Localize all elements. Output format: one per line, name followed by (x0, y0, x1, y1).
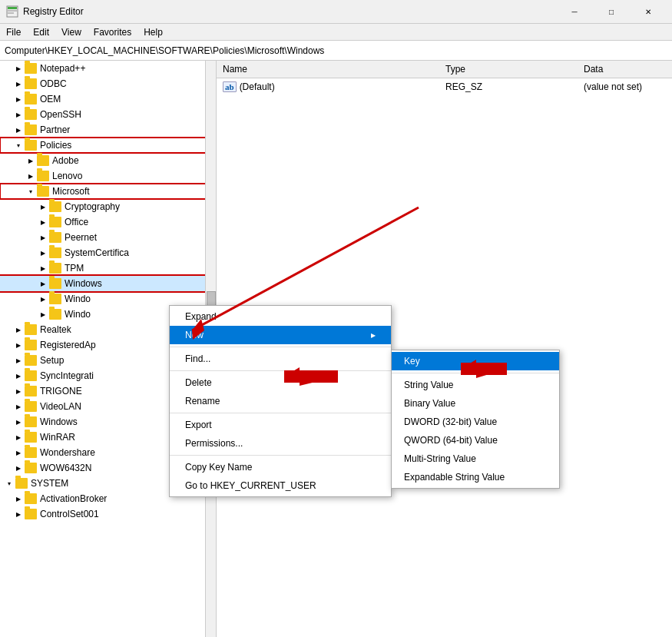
tree-item-controlset001[interactable]: ▶ ControlSet001 (0, 506, 216, 522)
folder-icon-windo2 (49, 309, 61, 320)
tree-item-cryptography[interactable]: ▶ Cryptography (0, 199, 216, 214)
expand-peernet[interactable]: ▶ (37, 231, 49, 244)
ctx-export[interactable]: Export (170, 416, 391, 434)
ctx-copy-key-name-label: Copy Key Name (185, 462, 252, 473)
expand-oem[interactable]: ▶ (12, 93, 25, 105)
expand-winrar[interactable]: ▶ (12, 431, 25, 443)
ctx-export-label: Export (185, 420, 212, 430)
menu-view[interactable]: View (55, 25, 88, 39)
expand-notepadpp[interactable]: ▶ (12, 62, 25, 75)
folder-icon-office (49, 217, 61, 227)
folder-icon-setup (25, 355, 37, 366)
expand-windo1[interactable]: ▶ (37, 293, 49, 305)
expand-microsoft[interactable]: ▾ (25, 185, 37, 197)
address-path: Computer\HKEY_LOCAL_MACHINE\SOFTWARE\Pol… (5, 45, 324, 56)
folder-icon-cryptography (49, 201, 61, 212)
expand-cryptography[interactable]: ▶ (37, 201, 49, 213)
expand-openssh[interactable]: ▶ (12, 108, 25, 121)
tree-item-peernet[interactable]: ▶ Peernet (0, 230, 216, 245)
ctx-expand[interactable]: Expand (170, 307, 391, 326)
folder-icon-windo1 (49, 294, 61, 304)
col-name: Name (217, 62, 439, 76)
folder-icon-policies (25, 140, 37, 151)
expand-windows2[interactable]: ▶ (12, 416, 25, 428)
expand-systemcertifica[interactable]: ▶ (37, 247, 49, 259)
svg-rect-1 (8, 7, 17, 9)
sub-sep (392, 373, 559, 373)
folder-icon-system (15, 478, 28, 489)
menu-help[interactable]: Help (137, 25, 169, 39)
expand-tpm[interactable]: ▶ (37, 262, 49, 274)
folder-icon-tpm (49, 263, 61, 274)
folder-icon-videolan (25, 401, 37, 412)
sub-binary-value[interactable]: Binary Value (392, 394, 559, 413)
tree-item-adobe[interactable]: ▶ Adobe (0, 153, 216, 168)
maximize-button[interactable]: □ (594, 0, 629, 24)
tree-item-partner[interactable]: ▶ Partner (0, 122, 216, 138)
tree-item-tpm[interactable]: ▶ TPM (0, 260, 216, 276)
expand-videolan[interactable]: ▶ (12, 400, 25, 413)
tree-item-systemcertifica[interactable]: ▶ SystemCertifica (0, 245, 216, 260)
sub-dword-value-label: DWORD (32-bit) Value (404, 416, 497, 427)
ctx-go-hkcu[interactable]: Go to HKEY_CURRENT_USER (170, 476, 391, 495)
expand-trigone[interactable]: ▶ (12, 385, 25, 397)
menu-file[interactable]: File (0, 25, 27, 39)
tree-item-microsoft[interactable]: ▾ Microsoft (0, 184, 216, 199)
folder-icon-lenovo (37, 171, 49, 181)
menu-edit[interactable]: Edit (27, 25, 55, 39)
tree-item-office[interactable]: ▶ Office (0, 214, 216, 230)
label-syncintegrati: SyncIntegrati (40, 370, 94, 381)
tree-item-windo1[interactable]: ▶ Windo (0, 291, 216, 307)
expand-policies[interactable]: ▾ (12, 139, 25, 151)
ctx-sep-3 (170, 413, 391, 413)
expand-odbc[interactable]: ▶ (12, 78, 25, 90)
tree-item-openssh[interactable]: ▶ OpenSSH (0, 107, 216, 122)
tree-item-notepadpp[interactable]: ▶ Notepad++ (0, 61, 216, 76)
ctx-copy-key-name[interactable]: Copy Key Name (170, 458, 391, 476)
ctx-permissions[interactable]: Permissions... (170, 434, 391, 453)
sub-qword-value[interactable]: QWORD (64-bit) Value (392, 431, 559, 450)
sub-key[interactable]: Key (392, 352, 559, 370)
tree-item-odbc[interactable]: ▶ ODBC (0, 76, 216, 91)
expand-windows[interactable]: ▶ (37, 277, 49, 290)
sub-multi-string-value[interactable]: Multi-String Value (392, 450, 559, 468)
ctx-sep-2 (170, 370, 391, 371)
expand-wow6432n[interactable]: ▶ (12, 462, 25, 474)
sub-dword-value[interactable]: DWORD (32-bit) Value (392, 413, 559, 431)
label-partner: Partner (40, 124, 70, 135)
sub-expandable-string-value[interactable]: Expandable String Value (392, 468, 559, 486)
tree-item-oem[interactable]: ▶ OEM (0, 91, 216, 107)
expand-windo2[interactable]: ▶ (37, 308, 49, 320)
folder-icon-notepadpp (25, 63, 37, 74)
expand-syncintegrati[interactable]: ▶ (12, 370, 25, 382)
submenu: Key String Value Binary Value DWORD (32-… (391, 350, 560, 489)
tree-item-policies[interactable]: ▾ Policies (0, 138, 216, 153)
tree-item-windows[interactable]: ▶ Windows (0, 276, 216, 291)
table-row[interactable]: ab (Default) REG_SZ (value not set) (217, 78, 672, 95)
close-button[interactable]: ✕ (631, 0, 666, 24)
label-realtek: Realtek (40, 324, 71, 335)
minimize-button[interactable]: ─ (557, 0, 592, 24)
expand-lenovo[interactable]: ▶ (25, 170, 37, 182)
expand-wondershare[interactable]: ▶ (12, 446, 25, 459)
ctx-find[interactable]: Find... (170, 350, 391, 368)
expand-office[interactable]: ▶ (37, 216, 49, 228)
ctx-sep-1 (170, 347, 391, 347)
label-windo1: Windo (65, 294, 91, 304)
menu-favorites[interactable]: Favorites (88, 25, 137, 39)
sub-string-value[interactable]: String Value (392, 376, 559, 394)
expand-controlset001[interactable]: ▶ (12, 508, 25, 520)
expand-adobe[interactable]: ▶ (25, 154, 37, 167)
expand-system[interactable]: ▾ (3, 477, 15, 489)
expand-registeredap[interactable]: ▶ (12, 339, 25, 351)
expand-setup[interactable]: ▶ (12, 354, 25, 367)
ctx-new[interactable]: New ▶ (170, 326, 391, 344)
expand-realtek[interactable]: ▶ (12, 323, 25, 336)
expand-activationbroker[interactable]: ▶ (12, 493, 25, 505)
col-type: Type (439, 62, 578, 76)
ctx-delete[interactable]: Delete (170, 373, 391, 392)
expand-partner[interactable]: ▶ (12, 124, 25, 136)
td-name-default: ab (Default) (217, 80, 439, 94)
tree-item-lenovo[interactable]: ▶ Lenovo (0, 168, 216, 184)
ctx-rename[interactable]: Rename (170, 392, 391, 410)
